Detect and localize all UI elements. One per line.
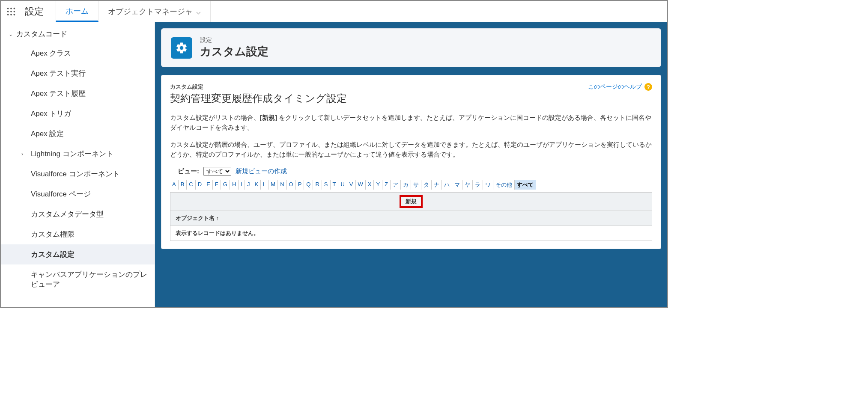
chevron-down-icon: ⌵ xyxy=(196,7,201,16)
header-title: カスタム設定 xyxy=(200,44,268,59)
svg-point-2 xyxy=(14,7,15,9)
alpha-B[interactable]: B xyxy=(179,180,187,190)
sidebar-group-label: カスタムコード xyxy=(16,29,67,39)
content-card: このページのヘルプ ? カスタム設定 契約管理変更履歴作成タイミング設定 カスタ… xyxy=(161,75,661,249)
alpha-A[interactable]: A xyxy=(170,180,179,190)
alpha-R[interactable]: R xyxy=(313,180,322,190)
gear-icon xyxy=(171,37,192,59)
alpha-U[interactable]: U xyxy=(338,180,347,190)
svg-point-6 xyxy=(7,14,9,15)
tab-object-manager[interactable]: オブジェクトマネージャ ⌵ xyxy=(98,1,211,22)
alpha-サ[interactable]: サ xyxy=(411,180,421,190)
alpha-filter: ABCDEFGHIJKLMNOPQRSTUVWXYZアカサタナハマヤラワその他す… xyxy=(170,180,652,190)
view-select[interactable]: すべて xyxy=(203,167,231,176)
alpha-P[interactable]: P xyxy=(296,180,304,190)
sidebar-item-apex-class[interactable]: Apex クラス xyxy=(1,43,155,63)
sidebar-item-custom-settings[interactable]: カスタム設定 xyxy=(1,244,155,264)
sidebar-item-label: Lightning コンポーネント xyxy=(31,149,113,159)
alpha-I[interactable]: I xyxy=(239,180,245,190)
sidebar-item-custom-permissions[interactable]: カスタム権限 xyxy=(1,224,155,244)
tab-home[interactable]: ホーム xyxy=(56,1,98,22)
help-link-label: このページのヘルプ xyxy=(588,83,642,91)
chevron-right-icon: › xyxy=(21,151,29,157)
help-icon: ? xyxy=(644,83,652,91)
main-panel: 設定 カスタム設定 このページのヘルプ ? カスタム設定 契約管理変更履歴作成タ… xyxy=(155,22,667,307)
list-table: 新規 オブジェクト名 ↑ 表示するレコードはありません。 xyxy=(170,192,652,241)
svg-point-7 xyxy=(10,14,12,15)
alpha-M[interactable]: M xyxy=(268,180,278,190)
alpha-L[interactable]: L xyxy=(261,180,268,190)
alpha-タ[interactable]: タ xyxy=(421,180,432,190)
alpha-C[interactable]: C xyxy=(187,180,195,190)
svg-point-8 xyxy=(14,14,15,15)
alpha-その他[interactable]: その他 xyxy=(493,180,515,190)
alpha-カ[interactable]: カ xyxy=(401,180,411,190)
page-header: 設定 カスタム設定 xyxy=(161,28,661,67)
chevron-down-icon: ⌄ xyxy=(9,31,16,37)
new-view-link[interactable]: 新規ビューの作成 xyxy=(236,167,287,175)
sidebar-item-apex-test-history[interactable]: Apex テスト履歴 xyxy=(1,83,155,104)
description-1: カスタム設定がリストの場合、[新規] をクリックして新しいデータセットを追加しま… xyxy=(170,113,652,132)
breadcrumb: カスタム設定 xyxy=(170,83,652,91)
help-link[interactable]: このページのヘルプ ? xyxy=(588,83,652,91)
header-eyebrow: 設定 xyxy=(200,36,268,44)
description-2: カスタム設定が階層の場合、ユーザ、プロファイル、または組織レベルに対してデータを… xyxy=(170,140,652,159)
alpha-Z[interactable]: Z xyxy=(382,180,391,190)
sidebar-item-apex-test-run[interactable]: Apex テスト実行 xyxy=(1,63,155,83)
alpha-ア[interactable]: ア xyxy=(391,180,401,190)
svg-point-5 xyxy=(14,11,15,12)
view-label: ビュー: xyxy=(178,167,199,175)
sidebar-item-apex-settings[interactable]: Apex 設定 xyxy=(1,124,155,144)
alpha-O[interactable]: O xyxy=(287,180,296,190)
sidebar-item-visualforce-pages[interactable]: Visualforce ページ xyxy=(1,184,155,204)
alpha-ナ[interactable]: ナ xyxy=(432,180,442,190)
column-header-object-name[interactable]: オブジェクト名 ↑ xyxy=(170,211,652,226)
alpha-ワ[interactable]: ワ xyxy=(483,180,493,190)
alpha-ハ[interactable]: ハ xyxy=(442,180,452,190)
alpha-E[interactable]: E xyxy=(204,180,213,190)
alpha-Q[interactable]: Q xyxy=(304,180,313,190)
sidebar-item-canvas-previewer[interactable]: キャンバスアプリケーションのプレビューア xyxy=(1,264,155,294)
empty-message: 表示するレコードはありません。 xyxy=(170,226,652,241)
alpha-W[interactable]: W xyxy=(356,180,366,190)
view-controls: ビュー: すべて 新規ビューの作成 xyxy=(170,167,652,176)
alpha-N[interactable]: N xyxy=(278,180,286,190)
alpha-F[interactable]: F xyxy=(213,180,221,190)
sidebar-group-custom-code[interactable]: ⌄ カスタムコード xyxy=(1,25,155,43)
tab-object-manager-label: オブジェクトマネージャ xyxy=(108,6,193,17)
alpha-K[interactable]: K xyxy=(252,180,261,190)
table-actions: 新規 xyxy=(170,193,652,211)
svg-point-3 xyxy=(7,11,9,12)
alpha-S[interactable]: S xyxy=(322,180,331,190)
alpha-ヤ[interactable]: ヤ xyxy=(462,180,473,190)
app-launcher-icon[interactable] xyxy=(1,1,21,22)
alpha-マ[interactable]: マ xyxy=(452,180,462,190)
sidebar-item-custom-metadata[interactable]: カスタムメタデータ型 xyxy=(1,204,155,224)
alpha-T[interactable]: T xyxy=(331,180,339,190)
alpha-V[interactable]: V xyxy=(347,180,356,190)
alpha-Y[interactable]: Y xyxy=(374,180,382,190)
new-button[interactable]: 新規 xyxy=(400,195,423,208)
alpha-J[interactable]: J xyxy=(245,180,253,190)
alpha-D[interactable]: D xyxy=(196,180,204,190)
app-title: 設定 xyxy=(21,5,56,18)
svg-point-0 xyxy=(7,7,9,9)
tab-home-label: ホーム xyxy=(66,6,89,16)
svg-point-1 xyxy=(10,7,12,9)
sidebar-item-visualforce-components[interactable]: Visualforce コンポーネント xyxy=(1,164,155,184)
topbar: 設定 ホーム オブジェクトマネージャ ⌵ xyxy=(1,1,667,22)
sidebar-item-lightning-components[interactable]: › Lightning コンポーネント xyxy=(1,144,155,164)
alpha-H[interactable]: H xyxy=(230,180,239,190)
page-title: 契約管理変更履歴作成タイミング設定 xyxy=(170,92,652,105)
svg-point-4 xyxy=(10,11,12,12)
sidebar: ⌄ カスタムコード Apex クラス Apex テスト実行 Apex テスト履歴… xyxy=(1,22,155,307)
sidebar-item-apex-trigger[interactable]: Apex トリガ xyxy=(1,104,155,124)
alpha-すべて[interactable]: すべて xyxy=(515,180,536,190)
alpha-X[interactable]: X xyxy=(366,180,374,190)
alpha-G[interactable]: G xyxy=(221,180,230,190)
alpha-ラ[interactable]: ラ xyxy=(473,180,483,190)
